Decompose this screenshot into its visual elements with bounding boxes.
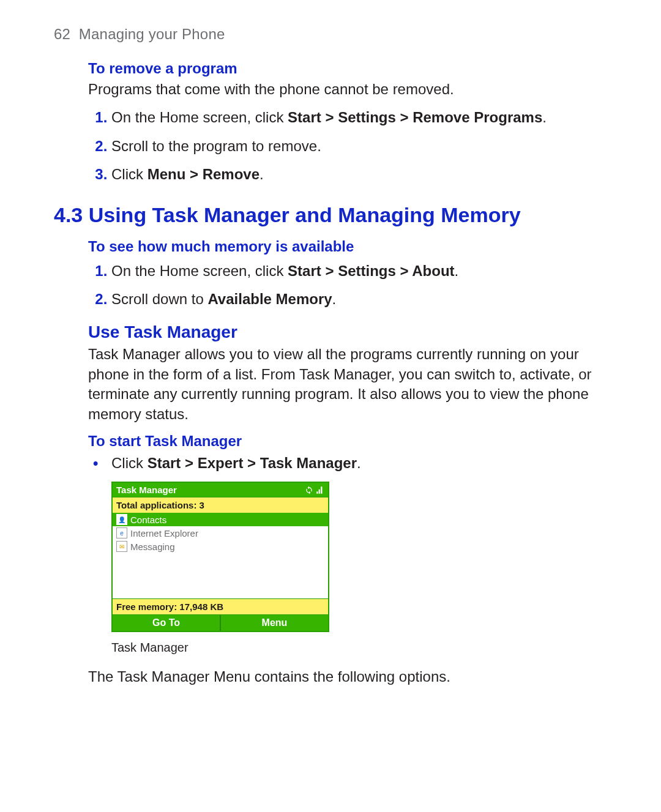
signal-icon	[316, 486, 324, 494]
heading-use-task-manager: Use Task Manager	[88, 322, 607, 342]
app-name: Messaging	[130, 542, 175, 552]
step-item: Scroll down to Available Memory.	[111, 289, 607, 309]
step-text: Scroll down to	[111, 291, 207, 307]
softkey-left: Go To	[113, 615, 220, 631]
app-row: e Internet Explorer	[113, 526, 328, 540]
outro-text: The Task Manager Menu contains the follo…	[88, 667, 607, 687]
screenshot-softkeys: Go To Menu	[113, 614, 328, 631]
chapter-title: Managing your Phone	[79, 26, 225, 42]
screenshot-titlebar: Task Manager	[113, 483, 328, 497]
task-manager-description: Task Manager allows you to view all the …	[88, 345, 607, 424]
step-item: Scroll to the program to remove.	[111, 136, 607, 156]
bullet-post: .	[357, 455, 361, 471]
app-row-selected: 👤 Contacts	[113, 513, 328, 526]
memory-steps: On the Home screen, click Start > Settin…	[88, 261, 607, 310]
bullet-text: Click	[111, 455, 148, 471]
task-manager-screenshot: Task Manager Total applications: 3 👤 Con…	[111, 482, 329, 632]
contacts-icon: 👤	[116, 514, 127, 525]
page-number: 62	[54, 26, 70, 42]
app-row: ✉ Messaging	[113, 540, 328, 553]
heading-section-4-3: 4.3 Using Task Manager and Managing Memo…	[54, 203, 607, 227]
step-text: On the Home screen, click	[111, 109, 288, 125]
heading-start-task-manager: To start Task Manager	[88, 433, 607, 450]
screenshot-app-list: 👤 Contacts e Internet Explorer ✉ Messagi…	[113, 513, 328, 598]
bullet-item: Click Start > Expert > Task Manager.	[111, 453, 607, 473]
softkey-right: Menu	[221, 615, 328, 631]
step-bold: Available Memory	[207, 291, 332, 307]
screenshot-total-apps: Total applications: 3	[113, 497, 328, 513]
app-name: Contacts	[130, 515, 166, 525]
step-post: .	[455, 263, 459, 279]
running-header: 62 Managing your Phone	[54, 26, 607, 43]
step-item: Click Menu > Remove.	[111, 165, 607, 184]
screenshot-free-memory: Free memory: 17,948 KB	[113, 598, 328, 614]
step-text: Click	[111, 166, 148, 182]
sync-icon	[305, 486, 313, 494]
messaging-icon: ✉	[116, 541, 127, 552]
step-text: On the Home screen, click	[111, 263, 288, 279]
ie-icon: e	[116, 527, 127, 538]
remove-program-intro: Programs that come with the phone cannot…	[88, 80, 607, 99]
step-item: On the Home screen, click Start > Settin…	[111, 261, 607, 281]
step-item: On the Home screen, click Start > Settin…	[111, 108, 607, 127]
step-bold: Start > Settings > Remove Programs	[288, 109, 542, 125]
start-task-manager-bullets: Click Start > Expert > Task Manager.	[88, 453, 607, 473]
bullet-bold: Start > Expert > Task Manager	[148, 455, 357, 471]
heading-remove-program: To remove a program	[88, 60, 607, 77]
step-bold: Menu > Remove	[148, 166, 260, 182]
step-post: .	[260, 166, 264, 182]
step-text: Scroll to the program to remove.	[111, 138, 321, 154]
app-name: Internet Explorer	[130, 528, 198, 538]
step-bold: Start > Settings > About	[288, 263, 454, 279]
heading-see-memory: To see how much memory is available	[88, 238, 607, 255]
screenshot-title: Task Manager	[116, 485, 177, 495]
screenshot-caption: Task Manager	[111, 641, 607, 655]
step-post: .	[542, 109, 547, 125]
step-post: .	[332, 291, 337, 307]
remove-program-steps: On the Home screen, click Start > Settin…	[88, 108, 607, 184]
document-page: 62 Managing your Phone To remove a progr…	[0, 0, 661, 812]
status-icons	[305, 486, 324, 494]
